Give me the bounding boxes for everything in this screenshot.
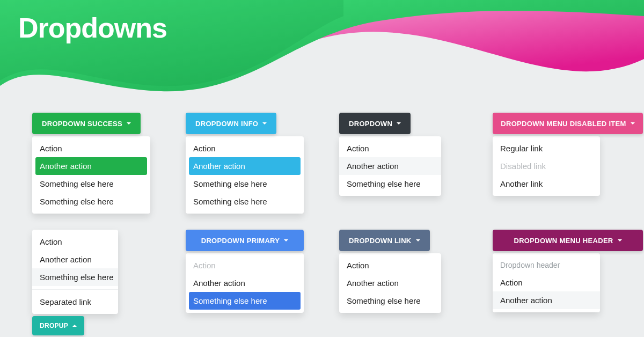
menu-item-active[interactable]: Another action <box>35 157 147 175</box>
menu-item[interactable]: Something else here <box>186 175 304 193</box>
menu-item[interactable]: Another action <box>339 274 441 292</box>
dropdown-link-label: DROPDOWN LINK <box>349 237 412 245</box>
menu-item[interactable]: Separated link <box>32 293 118 311</box>
caret-down-icon <box>618 239 622 241</box>
caret-down-icon <box>416 239 420 241</box>
dropdown-primary-menu: Action Another action Something else her… <box>186 253 304 313</box>
caret-up-icon <box>72 325 77 327</box>
dropdown-disabled-menu: Regular link Disabled link Another link <box>493 136 600 196</box>
menu-item-active[interactable]: Another action <box>189 157 301 175</box>
menu-item[interactable]: Regular link <box>493 140 600 157</box>
menu-item-hover[interactable]: Another action <box>339 157 441 175</box>
dropdown-header: DROPDOWN MENU HEADER Dropdown header Act… <box>493 230 643 312</box>
dropdown-info-label: DROPDOWN INFO <box>195 120 258 128</box>
menu-item[interactable]: Action <box>493 274 600 291</box>
menu-item[interactable]: Another link <box>493 175 600 193</box>
dropdown-header-label: DROPDOWN MENU HEADER <box>514 237 613 245</box>
dropdown-primary: DROPDOWN PRIMARY Action Another action S… <box>186 230 304 313</box>
dropdown-header-button[interactable]: DROPDOWN MENU HEADER <box>493 230 643 251</box>
page-title: Dropdowns <box>18 12 167 44</box>
menu-item[interactable]: Action <box>339 140 441 157</box>
dropdown-header-menu: Dropdown header Action Another action <box>493 253 600 312</box>
menu-item[interactable]: Another action <box>32 251 118 268</box>
menu-item-disabled: Action <box>186 257 304 274</box>
menu-item-active[interactable]: Something else here <box>189 292 301 310</box>
menu-item[interactable]: Action <box>186 140 304 157</box>
dropdown-dark-menu: Action Another action Something else her… <box>339 136 441 196</box>
dropup-menu: Action Another action Something else her… <box>32 230 118 314</box>
menu-item[interactable]: Action <box>32 233 118 251</box>
dropdown-info-button[interactable]: DROPDOWN INFO <box>186 113 276 134</box>
dropdown-disabled-label: DROPDOWN MENU DISABLED ITEM <box>501 120 626 128</box>
caret-down-icon <box>127 122 131 124</box>
dropdown-disabled: DROPDOWN MENU DISABLED ITEM Regular link… <box>493 113 643 196</box>
dropup-button[interactable]: DROPUP <box>32 316 84 335</box>
caret-down-icon <box>262 122 267 124</box>
dropdown-dark: DROPDOWN Action Another action Something… <box>339 113 457 196</box>
dropdown-success-button[interactable]: DROPDOWN SUCCESS <box>32 113 141 134</box>
menu-item[interactable]: Something else here <box>186 193 304 210</box>
dropdown-success-menu: Action Another action Something else her… <box>32 136 150 214</box>
dropdown-link: DROPDOWN LINK Action Another action Some… <box>339 230 457 313</box>
menu-item-disabled: Disabled link <box>493 157 600 175</box>
menu-item[interactable]: Something else here <box>32 175 150 193</box>
menu-item[interactable]: Something else here <box>339 175 441 193</box>
menu-item[interactable]: Action <box>32 140 150 157</box>
menu-item[interactable]: Action <box>339 257 441 274</box>
menu-divider <box>32 289 118 290</box>
dropup-label: DROPUP <box>40 322 68 329</box>
dropdown-success-label: DROPDOWN SUCCESS <box>42 120 122 128</box>
caret-down-icon <box>397 122 401 124</box>
dropdown-info-menu: Action Another action Something else her… <box>186 136 304 214</box>
dropdown-link-menu: Action Another action Something else her… <box>339 253 441 313</box>
dropdown-disabled-button[interactable]: DROPDOWN MENU DISABLED ITEM <box>493 113 643 134</box>
menu-item[interactable]: Something else here <box>339 292 441 310</box>
dropdown-info: DROPDOWN INFO Action Another action Some… <box>186 113 304 214</box>
menu-item-hover[interactable]: Something else here <box>32 268 118 286</box>
caret-down-icon <box>284 239 288 241</box>
dropdown-link-button[interactable]: DROPDOWN LINK <box>339 230 430 251</box>
menu-item[interactable]: Another action <box>186 274 304 292</box>
dropdown-primary-label: DROPDOWN PRIMARY <box>201 237 280 245</box>
dropdown-dark-button[interactable]: DROPDOWN <box>339 113 411 134</box>
menu-header: Dropdown header <box>493 257 600 274</box>
caret-down-icon <box>631 122 635 124</box>
dropdown-success: DROPDOWN SUCCESS Action Another action S… <box>32 113 150 214</box>
menu-item[interactable]: Something else here <box>32 193 150 210</box>
dropup: Action Another action Something else her… <box>32 230 150 335</box>
menu-item-hover[interactable]: Another action <box>493 291 600 309</box>
dropdown-primary-button[interactable]: DROPDOWN PRIMARY <box>186 230 304 251</box>
dropdown-dark-label: DROPDOWN <box>349 120 392 128</box>
